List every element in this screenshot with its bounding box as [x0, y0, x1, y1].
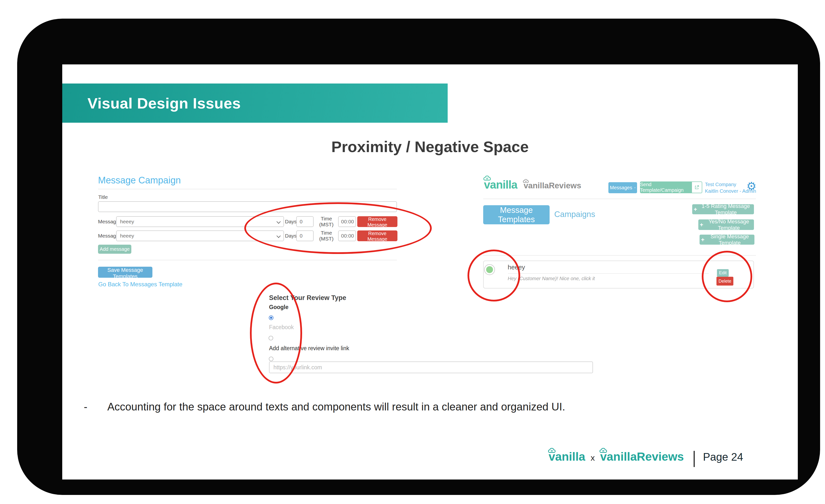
footer-cloud-icon	[599, 447, 607, 453]
single-template-label: Single Message Template	[706, 233, 753, 246]
message-label: Message	[98, 233, 114, 239]
send-template-campaign-button[interactable]: Send Template/Campaign	[640, 181, 702, 193]
slide-title: Proximity / Negative Space	[62, 138, 798, 156]
rating-template-button[interactable]: + 1-5 Rating Message Template	[692, 204, 754, 214]
footer-vanilla-reviews-logo: vanillaReviews	[600, 451, 684, 463]
device-frame: Visual Design Issues Proximity / Negativ…	[17, 19, 820, 495]
footer-cloud-icon	[548, 447, 556, 453]
go-back-link[interactable]: Go Back To Messages Template	[98, 281, 182, 288]
send-template-campaign-label: Send Template/Campaign	[640, 181, 692, 193]
divider	[483, 198, 756, 199]
add-message-button[interactable]: Add message	[98, 245, 131, 254]
message-label: Message	[98, 219, 114, 225]
share-icon	[692, 181, 702, 193]
yesno-template-label: Yes/No Message Template	[705, 219, 752, 231]
single-template-button[interactable]: + Single Message Template	[699, 235, 754, 245]
vanilla-logo: vanilla	[484, 179, 517, 190]
slide-header-text: Visual Design Issues	[62, 94, 241, 112]
annotation-ellipse-status-dot	[467, 250, 520, 302]
bullet-note: - Accounting for the space around texts …	[84, 401, 565, 413]
message-value: heeey	[117, 219, 134, 225]
footer-divider-bar	[694, 451, 695, 467]
template-preview-text: Hey (Customer Name)! Nice one, click it	[508, 276, 595, 281]
annotation-ellipse-message-rows	[244, 202, 432, 254]
title-label: Title	[98, 194, 108, 200]
tab-message-templates[interactable]: Message Templates	[483, 205, 549, 224]
vanilla-reviews-logo: vanillaReviews	[524, 181, 581, 190]
tab-campaigns[interactable]: Campaigns	[554, 209, 595, 219]
save-message-templates-button[interactable]: Save Message Templates	[98, 267, 152, 278]
slide-screen: Visual Design Issues Proximity / Negativ…	[62, 64, 798, 480]
annotation-ellipse-review-type	[250, 282, 302, 384]
vanilla-reviews-cloud-icon	[523, 178, 529, 183]
plus-icon: +	[700, 222, 703, 228]
annotation-ellipse-edit-delete	[702, 251, 752, 302]
vanilla-cloud-icon	[483, 175, 491, 181]
slide-header-bar: Visual Design Issues	[62, 84, 448, 123]
page-number: Page 24	[703, 451, 743, 463]
gear-icon[interactable]: ⚙	[746, 179, 756, 193]
messages-button[interactable]: Messages	[608, 182, 637, 193]
divider	[98, 260, 397, 260]
divider	[508, 273, 709, 274]
divider	[98, 189, 397, 189]
messages-button-label: Messages	[610, 185, 632, 190]
message-value: heeey	[117, 233, 134, 239]
bullet-dash: -	[84, 401, 94, 413]
paper-plane-icon	[634, 185, 635, 190]
campaign-form-heading: Message Campaign	[98, 175, 181, 186]
rating-template-label: 1-5 Rating Message Template	[699, 203, 752, 216]
bullet-text: Accounting for the space around texts an…	[107, 401, 565, 413]
alternative-link-input[interactable]	[269, 361, 593, 373]
footer-vanilla-logo: vanilla	[549, 451, 585, 463]
footer-x-separator: x	[591, 453, 595, 463]
yesno-template-button[interactable]: + Yes/No Message Template	[698, 220, 754, 230]
app-logo: vanilla vanillaReviews	[484, 179, 581, 190]
plus-icon: +	[694, 206, 697, 213]
slide-footer: vanilla x vanillaReviews Page 24	[549, 451, 743, 467]
plus-icon: +	[701, 236, 704, 243]
